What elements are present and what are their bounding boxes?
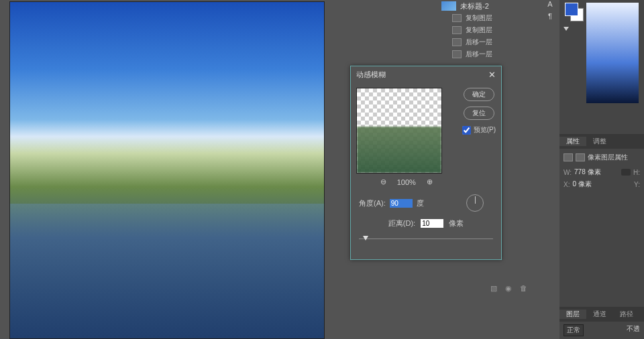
history-item[interactable]: 后移一层 (437, 48, 533, 60)
x-value[interactable]: 0 像素 (572, 180, 631, 189)
zoom-value: 100% (397, 178, 416, 186)
distance-unit: 像素 (449, 218, 464, 228)
layer-icon (452, 26, 462, 34)
tab-paths[interactable]: 路径 (613, 310, 640, 319)
link-icon[interactable] (621, 169, 631, 176)
distance-input[interactable] (421, 219, 443, 228)
trash-icon[interactable]: 🗑 (520, 284, 527, 292)
close-icon[interactable]: ✕ (488, 70, 496, 80)
paragraph-tool-icon[interactable]: ¶ (542, 12, 558, 24)
layer-icon (452, 14, 462, 22)
canvas[interactable] (9, 1, 325, 339)
effect-preview[interactable] (356, 88, 442, 174)
history-item[interactable]: 后移一层 (437, 36, 533, 48)
color-gradient[interactable] (586, 3, 639, 103)
blend-mode-select[interactable]: 正常 (564, 324, 584, 336)
distance-label: 距离(D): (388, 218, 415, 228)
tab-layers[interactable]: 图层 (559, 310, 586, 319)
angle-unit: 度 (417, 198, 424, 208)
pixel-layer-icon (564, 153, 573, 161)
mask-icon (576, 153, 585, 161)
y-label: Y: (634, 181, 640, 188)
reset-button[interactable]: 复位 (464, 107, 494, 120)
triangle-icon (564, 27, 569, 31)
foreground-color[interactable] (565, 3, 578, 16)
history-item[interactable]: 复制图层 (437, 12, 533, 24)
distance-slider[interactable] (359, 235, 493, 243)
tab-channels[interactable]: 通道 (586, 310, 613, 319)
zoom-out-icon[interactable]: ⊖ (380, 178, 386, 186)
right-column: 属性 调整 像素图层属性 W: 778 像素 H: X: 0 像素 Y: 图层 … (559, 0, 644, 339)
snapshot-icon[interactable]: ▧ (490, 284, 497, 293)
properties-title: 像素图层属性 (588, 153, 628, 162)
width-value[interactable]: 778 像素 (574, 167, 619, 177)
text-tool-icon[interactable]: A (542, 0, 558, 12)
layer-icon (452, 50, 462, 58)
layer-icon (452, 38, 462, 46)
dialog-title: 动感模糊 (356, 70, 386, 80)
opacity-label: 不透 (627, 324, 640, 336)
camera-icon[interactable]: ◉ (505, 284, 512, 293)
tab-adjust[interactable]: 调整 (586, 137, 613, 146)
motion-blur-dialog: 动感模糊 ✕ ⊖ 100% ⊕ 确定 复位 预览(P) 角度(A): 度 (350, 66, 502, 260)
angle-label: 角度(A): (359, 198, 386, 208)
tab-properties[interactable]: 属性 (559, 137, 586, 146)
preview-checkbox[interactable] (462, 126, 471, 135)
document-thumbnail[interactable] (441, 1, 456, 11)
width-label: W: (564, 169, 572, 176)
preview-checkbox-row[interactable]: 预览(P) (462, 125, 496, 135)
angle-input[interactable] (390, 199, 413, 208)
document-title: 未标题-2 (460, 1, 489, 11)
zoom-in-icon[interactable]: ⊕ (427, 178, 433, 186)
ok-button[interactable]: 确定 (464, 88, 494, 101)
angle-dial[interactable] (466, 194, 484, 212)
height-label: H: (633, 169, 640, 176)
x-label: X: (564, 181, 570, 188)
history-item[interactable]: 复制图层 (437, 24, 533, 36)
